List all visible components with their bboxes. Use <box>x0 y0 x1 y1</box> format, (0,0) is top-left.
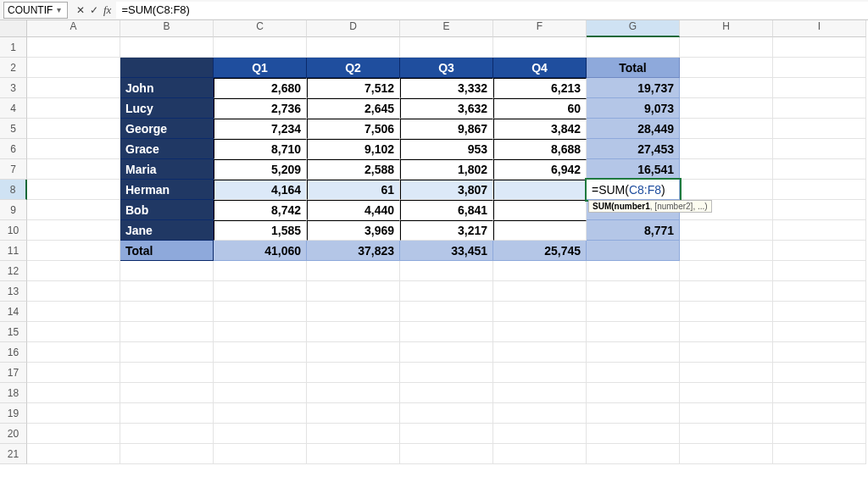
cell[interactable] <box>587 322 680 342</box>
grace-q1[interactable]: 8,710 <box>214 139 307 159</box>
name-herman[interactable]: Herman <box>120 180 214 200</box>
cell[interactable] <box>307 37 400 58</box>
cell[interactable] <box>27 403 120 424</box>
name-bob[interactable]: Bob <box>120 200 214 220</box>
cell[interactable] <box>680 302 773 322</box>
jane-q2[interactable]: 3,969 <box>307 220 400 241</box>
grace-q3[interactable]: 953 <box>400 139 493 159</box>
cell[interactable] <box>214 424 307 444</box>
cell[interactable] <box>400 383 493 403</box>
cell[interactable] <box>773 159 866 180</box>
cell[interactable] <box>493 424 587 444</box>
cell[interactable] <box>307 342 400 363</box>
cell[interactable] <box>400 424 493 444</box>
name-jane[interactable]: Jane <box>120 220 214 241</box>
cell[interactable] <box>587 261 680 281</box>
maria-q1[interactable]: 5,209 <box>214 159 307 180</box>
cancel-icon[interactable]: ✕ <box>76 4 85 16</box>
grace-q4[interactable]: 8,688 <box>493 139 587 159</box>
jane-q3[interactable]: 3,217 <box>400 220 493 241</box>
cell[interactable] <box>680 37 773 58</box>
lucy-q2[interactable]: 2,645 <box>307 98 400 119</box>
cell[interactable] <box>493 281 587 302</box>
jane-total[interactable]: 8,771 <box>587 220 680 241</box>
cell[interactable] <box>587 403 680 424</box>
maria-total[interactable]: 16,541 <box>587 159 680 180</box>
row-13[interactable]: 13 <box>0 281 27 302</box>
cell[interactable] <box>120 261 214 281</box>
cell[interactable] <box>307 281 400 302</box>
cell[interactable] <box>120 37 214 58</box>
cell[interactable] <box>214 37 307 58</box>
cell[interactable] <box>27 342 120 363</box>
cell[interactable] <box>27 241 120 261</box>
name-maria[interactable]: Maria <box>120 159 214 180</box>
row-3[interactable]: 3 <box>0 78 27 98</box>
cell[interactable] <box>773 58 866 78</box>
cell[interactable] <box>307 383 400 403</box>
george-q1[interactable]: 7,234 <box>214 119 307 139</box>
row-1[interactable]: 1 <box>0 37 27 58</box>
cell[interactable] <box>120 342 214 363</box>
col-C[interactable]: C <box>214 20 307 37</box>
total-q1[interactable]: 41,060 <box>214 241 307 261</box>
cell[interactable] <box>214 383 307 403</box>
cell[interactable] <box>680 159 773 180</box>
cell[interactable] <box>680 180 773 200</box>
header-q2[interactable]: Q2 <box>307 58 400 78</box>
cell[interactable] <box>773 363 866 383</box>
cell[interactable] <box>120 322 214 342</box>
cell[interactable] <box>773 241 866 261</box>
cell[interactable] <box>120 281 214 302</box>
cell[interactable] <box>27 444 120 464</box>
cell[interactable] <box>493 342 587 363</box>
cell[interactable] <box>120 383 214 403</box>
row-8[interactable]: 8 <box>0 180 27 200</box>
cell[interactable] <box>773 322 866 342</box>
cell[interactable] <box>773 119 866 139</box>
cell[interactable] <box>400 342 493 363</box>
herman-q1[interactable]: 4,164 <box>214 180 307 200</box>
bob-q1[interactable]: 8,742 <box>214 200 307 220</box>
cell[interactable] <box>773 403 866 424</box>
header-q1[interactable]: Q1 <box>214 58 307 78</box>
cell[interactable] <box>773 180 866 200</box>
herman-q2[interactable]: 61 <box>307 180 400 200</box>
col-D[interactable]: D <box>307 20 400 37</box>
lucy-q1[interactable]: 2,736 <box>214 98 307 119</box>
cell[interactable] <box>27 383 120 403</box>
cell[interactable] <box>27 302 120 322</box>
spreadsheet-grid[interactable]: A B C D E F G H I 1 2 Q1 Q2 Q3 Q4 Total … <box>0 20 868 464</box>
cell[interactable] <box>120 363 214 383</box>
row-6[interactable]: 6 <box>0 139 27 159</box>
row-16[interactable]: 16 <box>0 342 27 363</box>
cell[interactable] <box>400 363 493 383</box>
cell[interactable] <box>680 281 773 302</box>
row-20[interactable]: 20 <box>0 424 27 444</box>
row-4[interactable]: 4 <box>0 98 27 119</box>
row-5[interactable]: 5 <box>0 119 27 139</box>
cell[interactable] <box>27 139 120 159</box>
cell[interactable] <box>773 78 866 98</box>
row-11[interactable]: 11 <box>0 241 27 261</box>
cell[interactable] <box>120 424 214 444</box>
cell[interactable] <box>27 322 120 342</box>
cell[interactable] <box>773 444 866 464</box>
cell[interactable] <box>214 363 307 383</box>
cell[interactable] <box>214 444 307 464</box>
maria-q2[interactable]: 2,588 <box>307 159 400 180</box>
total-q2[interactable]: 37,823 <box>307 241 400 261</box>
cell[interactable] <box>773 302 866 322</box>
cell[interactable] <box>120 302 214 322</box>
row-15[interactable]: 15 <box>0 322 27 342</box>
cell[interactable] <box>307 363 400 383</box>
cell[interactable] <box>680 78 773 98</box>
formula-input[interactable] <box>116 2 868 19</box>
cell[interactable] <box>307 322 400 342</box>
john-q4[interactable]: 6,213 <box>493 78 587 98</box>
enter-icon[interactable]: ✓ <box>90 4 98 16</box>
lucy-q3[interactable]: 3,632 <box>400 98 493 119</box>
cell[interactable] <box>773 342 866 363</box>
cell[interactable] <box>680 342 773 363</box>
cell[interactable] <box>587 302 680 322</box>
